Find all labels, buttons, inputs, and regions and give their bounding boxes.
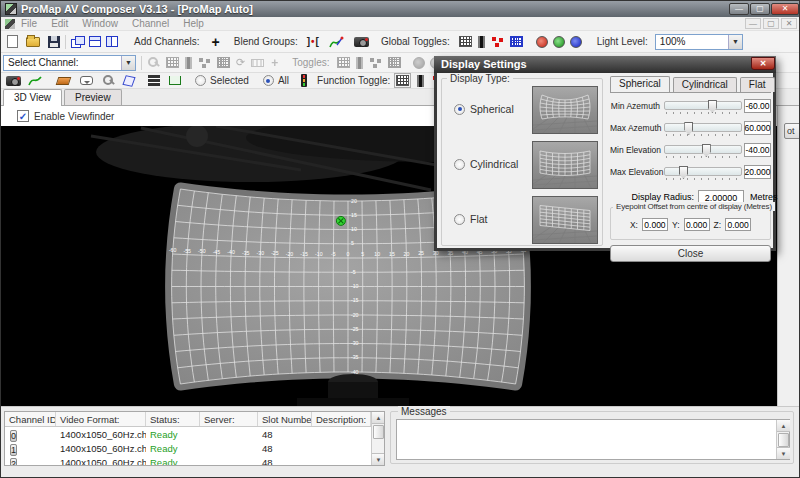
scroll-down-icon[interactable]: ▼ [777,447,790,459]
messages-textarea[interactable]: ▲ ▼ [396,419,790,460]
cascade-windows-icon[interactable] [71,36,84,47]
menu-file[interactable]: File [21,18,37,29]
select-channel-dropdown[interactable]: Select Channel: ▼ [3,55,136,71]
menu-channel[interactable]: Channel [132,18,169,29]
close-button[interactable]: ✕ [771,3,799,15]
tab-cylindrical[interactable]: Cylindrical [673,77,737,92]
tab-flat[interactable]: Flat [740,77,775,92]
mdi-restore-button[interactable]: ▢ [763,18,779,29]
eyepoint-y-field[interactable]: 0.000 [684,218,710,231]
eyepoint-x-field[interactable]: 0.000 [642,218,668,231]
enable-viewfinder-checkbox[interactable]: ✓ [17,110,29,122]
menu-window[interactable]: Window [82,18,118,29]
eyepoint-z-field[interactable]: 0.000 [725,218,751,231]
channel-dots-icon[interactable] [198,57,211,69]
close-dialog-button[interactable]: Close [610,245,771,262]
global-dots-toggle-icon[interactable] [491,36,504,48]
toggle-dense-grid-icon[interactable] [388,57,401,68]
col-description[interactable]: Description: [312,412,371,426]
toggle-grid-icon[interactable] [337,57,350,68]
global-dense-grid-toggle-icon[interactable] [510,36,523,47]
flat-radio[interactable] [454,214,465,225]
minimize-button[interactable]: — [729,3,749,15]
dialog-close-icon[interactable]: ✕ [751,57,775,70]
col-video-format[interactable]: Video Format: [56,412,146,426]
menu-edit[interactable]: Edit [51,18,68,29]
mdi-close-button[interactable]: ✕ [781,18,797,29]
curve-tool-icon[interactable] [28,74,43,87]
tab-preview[interactable]: Preview [64,89,122,105]
channel-dense-grid-icon[interactable] [217,57,230,68]
adjust-key-icon[interactable] [147,56,160,69]
min-elevation-slider[interactable] [664,145,742,154]
traffic-light-icon[interactable] [301,74,307,87]
function-grid-icon[interactable] [396,75,409,86]
red-channel-toggle-icon[interactable] [536,36,548,48]
col-slot-number[interactable]: Slot Number: [258,412,312,426]
scrollbar-thumb[interactable] [373,425,384,439]
col-server[interactable]: Server: [200,412,258,426]
tab-3d-view[interactable]: 3D View [3,89,62,106]
rows-icon[interactable] [148,75,160,86]
key-icon[interactable] [102,74,115,87]
tile-horizontal-icon[interactable] [89,36,101,47]
light-level-dropdown[interactable]: 100% ▼ [655,34,743,50]
table-row[interactable]: 2 1400x1050_60Hz.chn Ready 48 [5,455,384,466]
open-file-icon[interactable] [26,37,40,47]
flat-option[interactable]: Flat [454,213,488,225]
max-elevation-slider[interactable] [664,167,742,176]
camera-icon[interactable] [6,76,21,86]
min-azemuth-value[interactable]: -60.00 [744,99,771,113]
table-scrollbar[interactable]: ▲ ▼ [371,412,384,465]
comment-bubble-icon[interactable] [80,76,93,85]
dialog-title-bar[interactable]: Display Settings ✕ [434,56,776,73]
function-bar-icon[interactable] [417,75,424,87]
open-box-icon[interactable] [169,76,181,85]
min-azemuth-slider[interactable] [664,101,742,110]
partial-slot-button[interactable]: ot [784,123,800,139]
col-status[interactable]: Status: [146,412,200,426]
blend-group-icon[interactable]: ]•[ [307,36,320,47]
spherical-radio[interactable] [454,104,465,115]
eraser-icon[interactable] [56,77,72,85]
spherical-option[interactable]: Spherical [454,103,514,115]
menu-help[interactable]: Help [183,18,204,29]
tab-spherical[interactable]: Spherical [610,76,670,93]
scroll-up-icon[interactable]: ▲ [777,420,790,432]
scroll-down-icon[interactable]: ▼ [372,453,385,465]
maximize-button[interactable]: ▢ [750,3,770,15]
col-channel-id[interactable]: Channel ID: [5,412,56,426]
selected-radio[interactable] [195,75,206,86]
table-row[interactable]: 1 1400x1050_60Hz.chn Ready 48 [5,441,384,455]
green-channel-toggle-icon[interactable] [553,36,565,48]
blend-strip-icon[interactable] [251,59,264,67]
camera-capture-icon[interactable] [354,37,369,47]
messages-scrollbar[interactable]: ▲ ▼ [776,420,789,459]
blue-channel-toggle-icon[interactable] [570,36,582,48]
global-bar-toggle-icon[interactable] [478,36,485,48]
cylindrical-option[interactable]: Cylindrical [454,158,518,170]
new-file-icon[interactable] [7,35,18,48]
max-azemuth-slider[interactable] [664,123,742,132]
blend-curve-icon[interactable] [329,35,344,49]
toggle-dots-icon[interactable] [369,57,382,69]
toggle-red-icon[interactable] [413,57,425,69]
scroll-up-icon[interactable]: ▲ [372,412,385,424]
scrollbar-thumb[interactable] [778,433,789,447]
all-radio[interactable] [263,75,274,86]
polygon-select-icon[interactable] [122,75,135,87]
tile-vertical-icon[interactable] [106,36,118,47]
max-azemuth-value[interactable]: 60.000 [744,121,771,135]
table-row[interactable]: 0 1400x1050_60Hz.chn Ready 48 [5,427,384,441]
max-elevation-value[interactable]: 20.000 [744,165,771,179]
add-channel-button[interactable]: + [212,35,220,49]
mdi-minimize-button[interactable]: — [745,18,761,29]
save-file-icon[interactable] [48,36,60,48]
toggle-bar-icon[interactable] [356,57,363,69]
channel-id-button[interactable]: 2 [10,458,17,466]
channel-bar-icon[interactable] [185,57,192,69]
channel-grid-icon[interactable] [166,57,179,68]
refresh-icon[interactable]: ⟳ [236,56,245,69]
cylindrical-radio[interactable] [454,159,465,170]
global-grid-toggle-icon[interactable] [459,36,472,47]
